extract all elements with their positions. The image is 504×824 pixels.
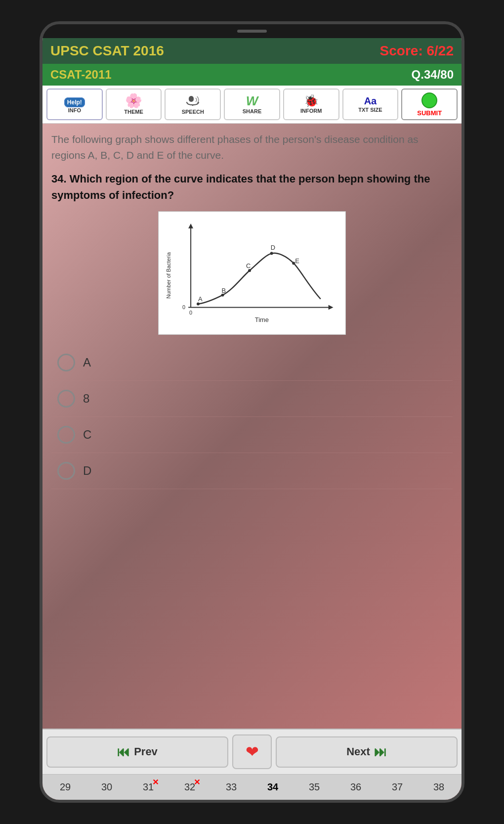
share-icon: W	[246, 94, 258, 107]
option-b[interactable]: 8	[51, 381, 453, 417]
txtsize-icon: Aa	[364, 96, 377, 106]
option-a-label: A	[83, 356, 91, 369]
device-frame: UPSC CSAT 2016 Score: 6/22 CSAT-2011 Q.3…	[40, 21, 464, 803]
next-icon: ⏭	[374, 744, 387, 760]
svg-marker-5	[188, 224, 193, 229]
radio-b[interactable]	[57, 390, 75, 408]
next-label: Next	[346, 745, 370, 758]
status-bar	[42, 24, 462, 38]
txtsize-button[interactable]: Aa TXT SIZE	[342, 89, 399, 120]
svg-text:D: D	[271, 244, 275, 251]
svg-point-16	[197, 302, 200, 305]
share-label: SHARE	[243, 108, 262, 114]
submit-button[interactable]: SUBMIT	[401, 89, 458, 120]
options-list: A 8 C D	[51, 345, 453, 489]
bacteria-graph: Number of Bacteria 0 0 Time	[164, 217, 340, 329]
inform-label: INFORM	[300, 108, 322, 114]
speech-button[interactable]: SPEECH	[165, 89, 221, 120]
svg-text:C: C	[246, 262, 251, 270]
q-num-34[interactable]: 34	[263, 779, 282, 795]
bottom-nav: ⏮ Prev ❤ Next ⏭	[42, 729, 462, 774]
q-num-33[interactable]: 33	[222, 779, 241, 795]
heart-icon: ❤	[246, 742, 259, 761]
toolbar: Help! INFO 🌸 THEME	[42, 86, 462, 124]
prev-icon: ⏮	[117, 744, 130, 760]
app-title: UPSC CSAT 2016	[50, 43, 164, 59]
svg-rect-0	[189, 96, 194, 102]
option-d[interactable]: D	[51, 453, 453, 489]
svg-text:Number of Bacteria: Number of Bacteria	[166, 252, 171, 299]
svg-point-19	[270, 252, 273, 255]
svg-text:0: 0	[182, 304, 185, 310]
option-c-label: C	[83, 428, 91, 442]
share-button[interactable]: W SHARE	[224, 89, 280, 120]
q-num-29[interactable]: 29	[56, 779, 75, 795]
option-c[interactable]: C	[51, 417, 453, 453]
svg-text:E: E	[295, 257, 299, 265]
graph-container: Number of Bacteria 0 0 Time	[158, 211, 346, 335]
info-label: INFO	[68, 107, 81, 113]
wrong-mark-32: ✕	[194, 778, 200, 787]
svg-point-20	[292, 262, 295, 265]
q-num-37[interactable]: 37	[388, 779, 407, 795]
speech-icon	[185, 94, 201, 108]
header-top: UPSC CSAT 2016 Score: 6/22	[42, 38, 462, 64]
status-indicator	[237, 30, 267, 33]
svg-marker-6	[329, 305, 334, 310]
speech-label: SPEECH	[182, 109, 204, 115]
question-number-bar: 29 30 31✕ 32✕ 33 34 35 36 37 38	[42, 774, 462, 800]
theme-icon: 🌸	[125, 94, 142, 108]
q-num-32[interactable]: 32✕	[180, 779, 199, 795]
q-num-31[interactable]: 31✕	[139, 779, 158, 795]
score-display: Score: 6/22	[380, 43, 454, 59]
svg-text:Time: Time	[255, 316, 269, 323]
info-icon: Help!	[64, 95, 85, 106]
exam-subtitle: CSAT-2011	[50, 68, 112, 82]
svg-point-17	[221, 294, 224, 297]
favorite-button[interactable]: ❤	[232, 734, 272, 769]
q-num-36[interactable]: 36	[346, 779, 365, 795]
svg-text:A: A	[198, 295, 203, 303]
option-b-label: 8	[83, 392, 89, 406]
theme-button[interactable]: 🌸 THEME	[106, 89, 162, 120]
prev-label: Prev	[134, 745, 158, 758]
radio-d[interactable]	[57, 462, 75, 480]
txtsize-label: TXT SIZE	[358, 107, 382, 113]
wrong-mark-31: ✕	[152, 778, 159, 787]
q-num-38[interactable]: 38	[429, 779, 448, 795]
q-num-35[interactable]: 35	[305, 779, 324, 795]
submit-label: SUBMIT	[417, 109, 442, 117]
inform-icon: 🐞	[304, 95, 319, 107]
svg-text:B: B	[222, 287, 226, 294]
radio-a[interactable]	[57, 354, 75, 371]
option-a[interactable]: A	[51, 345, 453, 381]
app-container: UPSC CSAT 2016 Score: 6/22 CSAT-2011 Q.3…	[42, 38, 462, 800]
svg-text:0: 0	[189, 310, 192, 316]
info-button[interactable]: Help! INFO	[46, 89, 103, 120]
submit-circle-icon	[421, 92, 437, 108]
q-num-30[interactable]: 30	[97, 779, 116, 795]
svg-point-18	[248, 269, 251, 272]
content-area: The following graph shows different phas…	[42, 124, 462, 729]
radio-c[interactable]	[57, 426, 75, 444]
next-button[interactable]: Next ⏭	[276, 736, 458, 768]
header-second: CSAT-2011 Q.34/80	[42, 64, 462, 86]
question-context: The following graph shows different phas…	[51, 132, 453, 163]
theme-label: THEME	[124, 109, 143, 115]
question-text: 34. Which region of the curve indicates …	[51, 171, 453, 203]
question-number: Q.34/80	[412, 68, 454, 82]
prev-button[interactable]: ⏮ Prev	[46, 736, 228, 768]
option-d-label: D	[83, 464, 91, 478]
inform-button[interactable]: 🐞 INFORM	[283, 89, 339, 120]
